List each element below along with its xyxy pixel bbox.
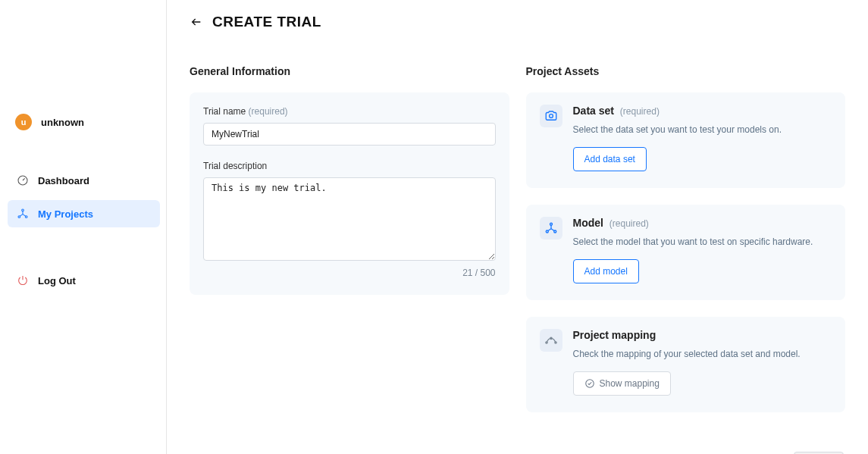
back-button[interactable]	[190, 15, 203, 29]
trial-description-input[interactable]	[203, 177, 496, 261]
sidebar-item-projects[interactable]: My Projects	[8, 200, 160, 227]
camera-icon	[540, 105, 562, 127]
mapping-desc: Check the mapping of your selected data …	[573, 349, 832, 359]
model-card: Model (required) Select the model that y…	[526, 205, 846, 300]
sidebar-item-label: Log Out	[38, 275, 76, 286]
trial-name-field: Trial name (required)	[203, 106, 496, 146]
sidebar-item-label: Dashboard	[38, 175, 89, 186]
mapping-icon	[540, 329, 562, 352]
trial-description-label: Trial description	[203, 161, 496, 171]
dataset-card: Data set (required) Select the data set …	[526, 92, 846, 188]
dataset-desc: Select the data set you want to test you…	[573, 124, 832, 135]
power-icon	[17, 274, 29, 286]
general-info-card: Trial name (required) Trial description …	[190, 92, 509, 295]
sidebar-item-label: My Projects	[38, 208, 93, 220]
user-row: u unknown	[8, 111, 160, 133]
trial-description-field: Trial description 21 / 500	[203, 161, 496, 278]
trial-name-input[interactable]	[203, 123, 496, 146]
project-assets-column: Project Assets Data set (required) Selec…	[526, 65, 846, 429]
main: CREATE TRIAL General Information Trial n…	[167, 0, 868, 454]
dashboard-icon	[17, 174, 29, 186]
required-hint: (required)	[609, 218, 649, 229]
show-mapping-button[interactable]: Show mapping	[573, 371, 671, 396]
add-dataset-button[interactable]: Add data set	[573, 147, 647, 171]
project-assets-title: Project Assets	[526, 65, 846, 77]
avatar-letter: u	[21, 117, 27, 127]
page-title: CREATE TRIAL	[212, 14, 321, 30]
required-hint: (required)	[249, 106, 288, 117]
user-name: unknown	[41, 117, 84, 128]
check-circle-icon	[584, 378, 595, 389]
char-counter: 21 / 500	[203, 268, 496, 278]
mapping-card: Project mapping Check the mapping of you…	[526, 317, 846, 412]
add-model-button[interactable]: Add model	[573, 259, 639, 283]
svg-point-5	[550, 223, 552, 225]
sidebar: u unknown Dashboard My Projects Log Out	[0, 0, 167, 454]
avatar: u	[15, 114, 32, 130]
svg-point-1	[22, 209, 24, 211]
general-info-title: General Information	[190, 65, 509, 77]
trial-name-label: Trial name (required)	[203, 106, 496, 117]
model-icon	[540, 217, 562, 240]
model-desc: Select the model that you want to test o…	[573, 236, 832, 247]
sidebar-item-logout[interactable]: Log Out	[8, 267, 160, 294]
required-hint: (required)	[620, 106, 660, 117]
model-title: Model (required)	[573, 217, 832, 229]
svg-point-4	[549, 114, 553, 118]
page-header: CREATE TRIAL	[190, 14, 845, 30]
arrow-left-icon	[190, 16, 202, 28]
general-info-column: General Information Trial name (required…	[190, 65, 509, 295]
sidebar-item-dashboard[interactable]: Dashboard	[8, 167, 160, 194]
projects-icon	[17, 208, 29, 220]
mapping-title: Project mapping	[573, 329, 832, 341]
dataset-title: Data set (required)	[573, 105, 832, 117]
